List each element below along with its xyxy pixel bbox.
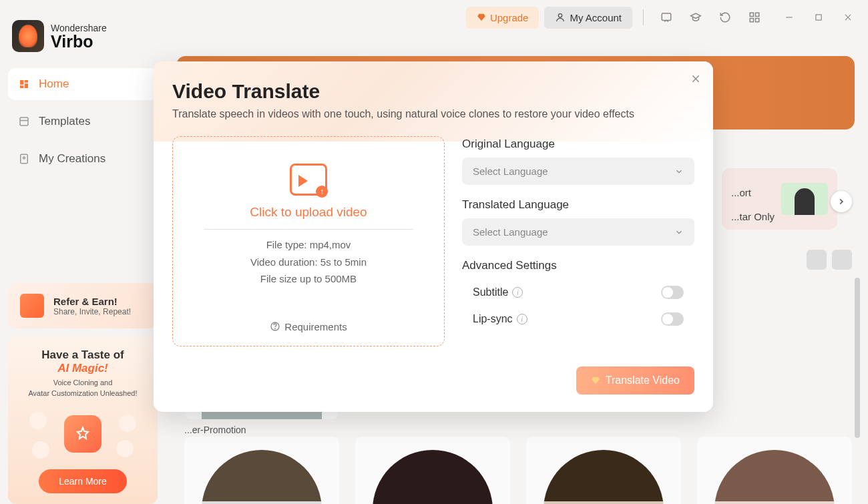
settings-column: Original Language Select Language Transl… xyxy=(462,136,694,346)
subtitle-row: Subtitle i xyxy=(462,279,694,306)
requirements-link[interactable]: Requirements xyxy=(270,321,347,332)
lipsync-row: Lip-sync i xyxy=(462,306,694,332)
advanced-settings-label: Advanced Settings xyxy=(462,259,694,272)
original-language-select[interactable]: Select Language xyxy=(462,158,694,185)
info-icon[interactable]: i xyxy=(512,287,523,298)
translate-video-button[interactable]: Translate Video xyxy=(576,366,694,395)
help-icon xyxy=(270,321,280,332)
original-language-label: Original Language xyxy=(462,138,694,151)
chevron-down-icon xyxy=(674,167,684,176)
subtitle-label: Subtitle xyxy=(473,286,508,298)
subtitle-toggle[interactable] xyxy=(661,286,684,299)
translated-language-select[interactable]: Select Language xyxy=(462,218,694,246)
lipsync-label: Lip-sync xyxy=(473,313,513,325)
chevron-down-icon xyxy=(674,228,684,237)
upload-video-icon xyxy=(290,164,327,196)
upload-cta: Click to upload video xyxy=(250,205,367,220)
info-icon[interactable]: i xyxy=(517,314,527,324)
upload-info: File type: mp4,mov Video duration: 5s to… xyxy=(250,236,367,288)
modal-description: Translate speech in videos with one touc… xyxy=(172,108,694,120)
diamond-icon xyxy=(591,376,600,385)
lipsync-toggle[interactable] xyxy=(661,312,684,326)
modal-title: Video Translate xyxy=(172,80,694,103)
upload-zone[interactable]: Click to upload video File type: mp4,mov… xyxy=(172,136,445,346)
svg-point-17 xyxy=(275,328,276,329)
translated-language-label: Translated Language xyxy=(462,198,694,212)
video-translate-modal: Video Translate Translate speech in vide… xyxy=(154,61,713,412)
